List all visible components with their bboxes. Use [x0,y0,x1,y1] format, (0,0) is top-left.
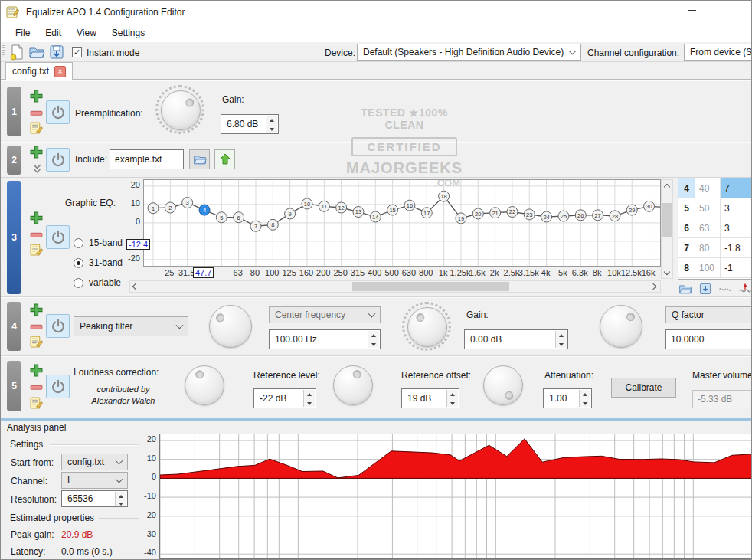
spin-up-icon[interactable] [556,331,567,339]
reference-offset-spinner[interactable]: 19 dB [401,388,459,408]
band-table-row[interactable]: 8100-1 [678,258,752,278]
row3-power-toggle[interactable] [46,225,70,249]
filter-gain-spinner[interactable]: 0.00 dB [464,329,568,349]
band-gain-cell[interactable]: -1 [721,258,752,277]
export-bands-icon[interactable] [698,282,713,296]
minus-icon[interactable] [30,320,43,333]
scroll-right-icon[interactable] [649,281,660,292]
row1-power-toggle[interactable] [46,100,70,124]
spin-up-icon[interactable] [266,116,277,124]
analysis-plot[interactable] [159,434,752,559]
band-table[interactable]: 440755036633780-1.88100-1 [678,178,752,280]
edit-note-icon[interactable] [30,335,43,348]
minus-icon[interactable] [30,381,43,394]
reference-level-spinner[interactable]: -22 dB [253,388,316,408]
edit-note-icon[interactable] [30,121,43,134]
center-frequency-spinner[interactable]: 100.00 Hz [269,329,381,349]
edit-note-icon[interactable] [30,396,43,409]
band-table-row[interactable]: 4407 [678,178,752,198]
edit-note-icon[interactable] [30,243,43,256]
plus-icon[interactable] [30,303,43,316]
spin-up-icon[interactable] [447,390,458,398]
spin-down-icon[interactable] [447,398,458,407]
tab-config-txt[interactable]: config.txt × [5,62,73,80]
import-bands-icon[interactable] [678,282,693,296]
band-table-row[interactable]: 5503 [678,198,752,218]
plus-icon[interactable] [30,364,43,377]
resolution-spinner[interactable]: 65536 [61,490,128,507]
band-frequency-cell[interactable]: 40 [695,178,721,198]
filter-gain-knob[interactable] [407,307,447,347]
reference-offset-knob[interactable] [333,365,373,405]
row1-number[interactable]: 1 [7,87,21,136]
band-frequency-cell[interactable]: 63 [695,218,721,237]
eq-horizontal-scrollbar[interactable] [129,280,661,293]
center-frequency-knob[interactable] [209,305,252,348]
close-tab-icon[interactable]: × [54,66,66,77]
row2-number[interactable]: 2 [7,146,21,175]
device-combo[interactable]: Default (Speakers - High Definition Audi… [357,44,581,61]
new-file-icon[interactable] [8,44,25,61]
band-table-row[interactable]: 6633 [678,218,752,238]
scroll-left-icon[interactable] [130,281,141,292]
instant-mode-checkbox[interactable]: ✓ [72,47,82,57]
normalize-curve-icon[interactable] [737,282,752,296]
band-frequency-cell[interactable]: 50 [695,198,721,218]
band-gain-cell[interactable]: 3 [721,198,752,218]
reference-level-knob[interactable] [185,365,224,405]
center-frequency-combo[interactable]: Center frequency [269,306,381,323]
row3-number[interactable]: 3 [7,181,21,294]
attenuation-spinner[interactable]: 1.00 [543,388,592,408]
channel-combo[interactable]: L [61,472,128,489]
row5-power-toggle[interactable] [46,375,70,398]
preamp-knob[interactable] [161,90,201,130]
radio-15-band[interactable]: 15-band [74,237,123,248]
spin-down-icon[interactable] [266,124,277,133]
plus-icon[interactable] [30,211,43,224]
spin-down-icon[interactable] [368,339,379,348]
q-factor-combo[interactable]: Q factor [665,306,752,323]
eq-vertical-scrollbar[interactable] [661,179,673,279]
plus-icon[interactable] [30,146,43,159]
attenuation-knob[interactable] [483,365,523,405]
minus-icon[interactable] [30,106,43,120]
smooth-curve-icon[interactable] [718,282,733,296]
band-frequency-cell[interactable]: 80 [695,238,721,257]
spin-down-icon[interactable] [580,398,590,407]
q-factor-knob[interactable] [600,305,642,348]
channel-config-combo[interactable]: From device (Ste [684,44,752,61]
band-table-row[interactable]: 780-1.8 [678,238,752,258]
spin-up-icon[interactable] [116,492,126,499]
spin-up-icon[interactable] [368,331,379,339]
chevron-double-down-icon[interactable] [31,162,44,175]
minus-icon[interactable] [30,228,43,241]
row4-number[interactable]: 4 [7,302,21,351]
q-factor-input[interactable]: 10.0000 [665,329,752,349]
scroll-up-icon[interactable] [662,180,672,191]
menu-item-settings[interactable]: Settings [105,25,152,41]
menu-item-view[interactable]: View [70,25,103,41]
scroll-thumb[interactable] [662,203,672,237]
maximize-button[interactable] [719,5,742,19]
row2-power-toggle[interactable] [46,148,70,172]
minimize-button[interactable] [681,5,704,19]
browse-file-button[interactable] [189,149,210,169]
filter-type-combo[interactable]: Peaking filter [74,316,188,336]
spin-down-icon[interactable] [304,398,315,407]
band-frequency-cell[interactable]: 100 [695,258,721,277]
band-gain-cell[interactable]: 3 [721,218,752,237]
preamp-gain-spinner[interactable]: 6.80 dB [221,114,279,134]
start-from-combo[interactable]: config.txt [61,454,128,470]
include-file-input[interactable]: example.txt [110,149,184,169]
row5-number[interactable]: 5 [7,361,21,411]
scroll-down-icon[interactable] [662,267,672,278]
band-gain-cell[interactable]: -1.8 [721,238,752,257]
spin-down-icon[interactable] [556,339,567,348]
band-gain-cell[interactable]: 7 [721,178,752,198]
scroll-thumb[interactable] [352,282,509,291]
menu-item-file[interactable]: File [8,25,37,41]
calibrate-button[interactable]: Calibrate [611,378,676,398]
spin-down-icon[interactable] [116,499,126,506]
open-file-icon[interactable] [28,44,45,61]
open-include-button[interactable] [214,149,235,169]
